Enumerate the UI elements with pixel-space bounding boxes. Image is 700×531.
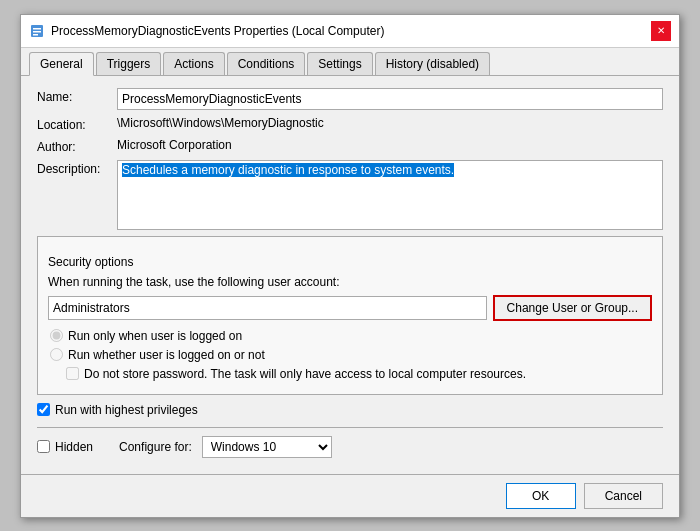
configure-select[interactable]: Windows 10 Windows 7 Windows Vista Windo… (202, 436, 332, 458)
cancel-button[interactable]: Cancel (584, 483, 663, 509)
svg-rect-1 (33, 28, 41, 30)
description-value: Schedules a memory diagnostic in respons… (122, 163, 454, 177)
security-section: Security options When running the task, … (37, 236, 663, 395)
radio-not-logged-on[interactable] (50, 348, 63, 361)
no-password-label: Do not store password. The task will onl… (84, 367, 526, 381)
tab-settings[interactable]: Settings (307, 52, 372, 75)
hidden-checkbox[interactable] (37, 440, 50, 453)
main-content: Name: Location: \Microsoft\Windows\Memor… (21, 76, 679, 474)
name-row: Name: (37, 88, 663, 110)
hidden-checkbox-row: Hidden (37, 440, 93, 454)
radio-row-2: Run whether user is logged on or not (48, 348, 652, 362)
radio-row-1: Run only when user is logged on (48, 329, 652, 343)
tab-actions[interactable]: Actions (163, 52, 224, 75)
change-user-button[interactable]: Change User or Group... (493, 295, 652, 321)
location-value: \Microsoft\Windows\MemoryDiagnostic (117, 116, 324, 130)
ok-button[interactable]: OK (506, 483, 576, 509)
button-row: OK Cancel (21, 474, 679, 517)
highest-privileges-checkbox[interactable] (37, 403, 50, 416)
description-row: Description: Schedules a memory diagnost… (37, 160, 663, 230)
title-bar-left: ProcessMemoryDiagnosticEvents Properties… (29, 23, 384, 39)
user-row: Change User or Group... (48, 295, 652, 321)
hidden-label: Hidden (55, 440, 93, 454)
task-icon (29, 23, 45, 39)
tab-conditions[interactable]: Conditions (227, 52, 306, 75)
tab-general[interactable]: General (29, 52, 94, 76)
title-bar: ProcessMemoryDiagnosticEvents Properties… (21, 15, 679, 48)
bottom-row: Hidden Configure for: Windows 10 Windows… (37, 427, 663, 462)
name-label: Name: (37, 88, 117, 104)
highest-privileges-label: Run with highest privileges (55, 403, 198, 417)
svg-rect-3 (33, 34, 38, 36)
user-field[interactable] (48, 296, 487, 320)
no-password-row: Do not store password. The task will onl… (48, 367, 652, 381)
user-account-label: When running the task, use the following… (48, 275, 652, 289)
close-button[interactable]: ✕ (651, 21, 671, 41)
dialog-title: ProcessMemoryDiagnosticEvents Properties… (51, 24, 384, 38)
privileges-row: Run with highest privileges (37, 403, 663, 417)
description-box[interactable]: Schedules a memory diagnostic in respons… (117, 160, 663, 230)
location-row: Location: \Microsoft\Windows\MemoryDiagn… (37, 116, 663, 132)
name-input[interactable] (117, 88, 663, 110)
radio-logged-on[interactable] (50, 329, 63, 342)
description-label: Description: (37, 160, 117, 176)
radio-logged-on-label: Run only when user is logged on (68, 329, 242, 343)
location-label: Location: (37, 116, 117, 132)
configure-label: Configure for: (119, 440, 192, 454)
author-row: Author: Microsoft Corporation (37, 138, 663, 154)
radio-not-logged-on-label: Run whether user is logged on or not (68, 348, 265, 362)
svg-rect-2 (33, 31, 41, 33)
author-label: Author: (37, 138, 117, 154)
tab-bar: General Triggers Actions Conditions Sett… (21, 48, 679, 76)
security-header: Security options (48, 255, 652, 269)
tab-triggers[interactable]: Triggers (96, 52, 162, 75)
author-value: Microsoft Corporation (117, 138, 232, 152)
tab-history[interactable]: History (disabled) (375, 52, 490, 75)
dialog-window: ProcessMemoryDiagnosticEvents Properties… (20, 14, 680, 518)
no-password-checkbox[interactable] (66, 367, 79, 380)
